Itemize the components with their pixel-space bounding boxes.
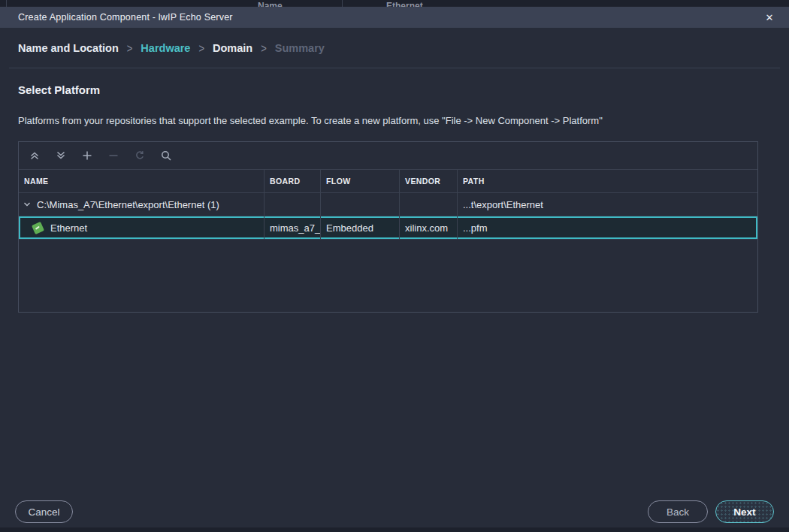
column-header-vendor[interactable]: VENDOR	[399, 170, 457, 192]
chevron-down-icon[interactable]	[23, 200, 32, 209]
platform-icon	[32, 221, 44, 234]
back-button[interactable]: Back	[648, 500, 708, 523]
platform-name-cell: Ethernet	[19, 216, 264, 239]
step-name-and-location[interactable]: Name and Location	[18, 42, 119, 54]
table-row-platform-ethernet[interactable]: Ethernet mimas_a7_5 Embedded xilinx.com …	[19, 216, 757, 240]
step-domain[interactable]: Domain	[213, 42, 252, 54]
column-header-path[interactable]: PATH	[457, 170, 757, 192]
expand-all-icon[interactable]	[52, 147, 70, 165]
chevron-right-icon: >	[198, 41, 204, 56]
group-path-cell: ...t\export\Ethernet	[457, 193, 757, 216]
background-text-fragment: Name	[258, 1, 283, 7]
table-toolbar	[19, 142, 757, 170]
platform-table-panel: NAME BOARD FLOW VENDOR PATH C:\Mimas_A7\…	[18, 141, 758, 313]
group-vendor-cell	[399, 193, 457, 216]
chevron-right-icon: >	[261, 41, 267, 56]
dialog-titlebar: Create Application Component - lwIP Echo…	[0, 7, 789, 28]
platform-board-cell: mimas_a7_5	[264, 216, 320, 239]
background-column-divider	[6, 0, 7, 7]
search-icon[interactable]	[157, 147, 175, 165]
remove-icon	[104, 147, 122, 165]
background-column-divider	[342, 0, 343, 7]
table-header-row: NAME BOARD FLOW VENDOR PATH	[19, 170, 757, 193]
header-divider	[9, 68, 780, 68]
wizard-steps: Name and Location > Hardware > Domain > …	[18, 42, 325, 54]
cancel-button[interactable]: Cancel	[15, 500, 73, 523]
close-icon[interactable]: ✕	[762, 10, 777, 25]
section-description: Platforms from your repositories that su…	[18, 115, 603, 126]
column-header-flow[interactable]: FLOW	[320, 170, 399, 192]
step-hardware[interactable]: Hardware	[141, 42, 190, 54]
platform-name-label: Ethernet	[50, 222, 87, 234]
add-icon[interactable]	[78, 147, 96, 165]
platform-path-cell: ...pfm	[457, 216, 757, 239]
chevron-right-icon: >	[127, 41, 133, 56]
page-title: Select Platform	[18, 83, 100, 96]
dialog-title: Create Application Component - lwIP Echo…	[18, 12, 233, 23]
group-path-label: C:\Mimas_A7\Ethernet\export\Ethernet (1)	[37, 199, 219, 210]
table-row-group[interactable]: C:\Mimas_A7\Ethernet\export\Ethernet (1)…	[19, 193, 757, 216]
create-application-component-dialog: Create Application Component - lwIP Echo…	[0, 7, 789, 527]
group-flow-cell	[320, 193, 399, 216]
column-header-name[interactable]: NAME	[19, 170, 264, 192]
platform-flow-cell: Embedded	[320, 216, 399, 239]
next-button[interactable]: Next	[715, 500, 774, 523]
group-board-cell	[264, 193, 320, 216]
collapse-all-icon[interactable]	[26, 147, 44, 165]
platform-vendor-cell: xilinx.com	[399, 216, 457, 239]
refresh-icon	[131, 147, 149, 165]
column-header-board[interactable]: BOARD	[264, 170, 320, 192]
background-text-fragment: Ethernet	[386, 1, 423, 7]
step-summary: Summary	[275, 42, 325, 54]
background-app-strip-bottom	[0, 527, 789, 532]
background-app-strip-top: Name Ethernet	[0, 0, 789, 7]
group-name-cell: C:\Mimas_A7\Ethernet\export\Ethernet (1)	[19, 193, 264, 216]
